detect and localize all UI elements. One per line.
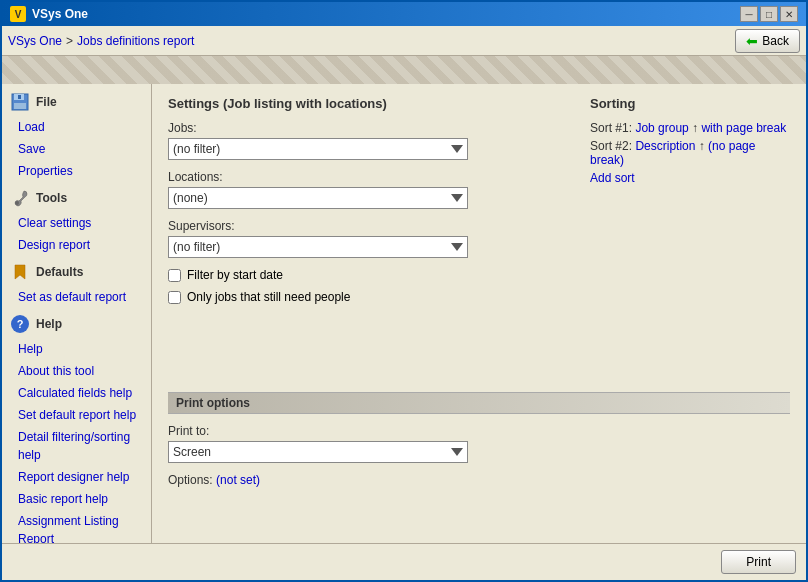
sidebar-header-tools: Tools xyxy=(2,184,151,212)
sort1-field-link[interactable]: Job group xyxy=(635,121,688,135)
sidebar-header-help: ? Help xyxy=(2,310,151,338)
sort1-arrow: ↑ xyxy=(692,121,698,135)
content-columns: Settings (Job listing with locations) Jo… xyxy=(168,96,790,312)
filter-start-date-label: Filter by start date xyxy=(187,268,283,282)
nav-bar: VSys One > Jobs definitions report ⬅ Bac… xyxy=(2,26,806,56)
sidebar-item-basic-report-help[interactable]: Basic report help xyxy=(2,488,151,510)
options-label: Options: xyxy=(168,473,213,487)
add-sort-row: Add sort xyxy=(590,171,790,185)
sidebar-item-clear-settings[interactable]: Clear settings xyxy=(2,212,151,234)
sidebar-item-design-report[interactable]: Design report xyxy=(2,234,151,256)
defaults-section-label: Defaults xyxy=(36,265,83,279)
sort2-label: Sort #2: xyxy=(590,139,632,153)
only-jobs-needing-people-label: Only jobs that still need people xyxy=(187,290,350,304)
sidebar-item-load[interactable]: Load xyxy=(2,116,151,138)
sidebar-item-save[interactable]: Save xyxy=(2,138,151,160)
breadcrumb-separator: > xyxy=(66,34,73,48)
svg-rect-3 xyxy=(18,95,21,99)
sidebar-section-tools: Tools Clear settings Design report xyxy=(2,184,151,256)
sidebar-item-help[interactable]: Help xyxy=(2,338,151,360)
back-label: Back xyxy=(762,34,789,48)
only-jobs-needing-people-checkbox[interactable] xyxy=(168,291,181,304)
sort2-arrow: ↑ xyxy=(699,139,705,153)
title-buttons: ─ □ ✕ xyxy=(740,6,798,22)
sort1-row: Sort #1: Job group ↑ with page break xyxy=(590,121,790,135)
sidebar-section-file: File Load Save Properties xyxy=(2,88,151,182)
file-section-label: File xyxy=(36,95,57,109)
supervisors-label: Supervisors: xyxy=(168,219,570,233)
sidebar: File Load Save Properties Tools xyxy=(2,84,152,543)
help-section-label: Help xyxy=(36,317,62,331)
locations-select[interactable]: (none) xyxy=(168,187,468,209)
print-to-row: Print to: ScreenPrinterPDFExcel xyxy=(168,424,790,463)
content-area: Settings (Job listing with locations) Jo… xyxy=(152,84,806,543)
floppy-icon xyxy=(11,93,29,111)
minimize-button[interactable]: ─ xyxy=(740,6,758,22)
tools-section-icon xyxy=(10,188,30,208)
sidebar-item-properties[interactable]: Properties xyxy=(2,160,151,182)
window-title: VSys One xyxy=(32,7,88,21)
sidebar-item-assignment-listing-report[interactable]: Assignment Listing Report xyxy=(2,510,151,543)
only-jobs-needing-people-row: Only jobs that still need people xyxy=(168,290,570,304)
supervisors-select[interactable]: (no filter) xyxy=(168,236,468,258)
filter-start-date-checkbox[interactable] xyxy=(168,269,181,282)
back-button[interactable]: ⬅ Back xyxy=(735,29,800,53)
title-bar: V VSys One ─ □ ✕ xyxy=(2,2,806,26)
jobs-label: Jobs: xyxy=(168,121,570,135)
print-options-container: Print options Print to: ScreenPrinterPDF… xyxy=(168,392,790,487)
close-button[interactable]: ✕ xyxy=(780,6,798,22)
file-section-icon xyxy=(10,92,30,112)
print-button[interactable]: Print xyxy=(721,550,796,574)
bottom-bar: Print xyxy=(2,543,806,580)
sort2-row: Sort #2: Description ↑ (no page break) xyxy=(590,139,790,167)
app-icon: V xyxy=(10,6,26,22)
breadcrumb-home[interactable]: VSys One xyxy=(8,34,62,48)
sidebar-section-help: ? Help Help About this tool Calculated f… xyxy=(2,310,151,543)
sidebar-item-about-this-tool[interactable]: About this tool xyxy=(2,360,151,382)
sorting-title: Sorting xyxy=(590,96,790,111)
breadcrumb-current: Jobs definitions report xyxy=(77,34,194,48)
add-sort-link[interactable]: Add sort xyxy=(590,171,635,185)
svg-point-4 xyxy=(15,201,19,205)
sidebar-item-detail-filtering-help[interactable]: Detail filtering/sorting help xyxy=(2,426,151,466)
sidebar-item-set-default-report[interactable]: Set as default report xyxy=(2,286,151,308)
main-layout: File Load Save Properties Tools xyxy=(2,84,806,543)
jobs-field-row: Jobs: (no filter) xyxy=(168,121,570,160)
settings-panel: Settings (Job listing with locations) Jo… xyxy=(168,96,570,312)
back-icon: ⬅ xyxy=(746,33,758,49)
svg-rect-2 xyxy=(14,103,26,109)
locations-field-row: Locations: (none) xyxy=(168,170,570,209)
jobs-select[interactable]: (no filter) xyxy=(168,138,468,160)
breadcrumb: VSys One > Jobs definitions report xyxy=(8,34,194,48)
print-options-header: Print options xyxy=(168,392,790,414)
wrench-icon xyxy=(11,189,29,207)
maximize-button[interactable]: □ xyxy=(760,6,778,22)
tools-section-label: Tools xyxy=(36,191,67,205)
sidebar-section-defaults: Defaults Set as default report xyxy=(2,258,151,308)
sidebar-header-file: File xyxy=(2,88,151,116)
defaults-section-icon xyxy=(10,262,30,282)
sort2-field-link[interactable]: Description xyxy=(635,139,695,153)
sidebar-item-set-default-report-help[interactable]: Set default report help xyxy=(2,404,151,426)
print-to-select[interactable]: ScreenPrinterPDFExcel xyxy=(168,441,468,463)
sidebar-item-calculated-fields-help[interactable]: Calculated fields help xyxy=(2,382,151,404)
decorative-strip xyxy=(2,56,806,84)
sort1-option-link[interactable]: with page break xyxy=(701,121,786,135)
sidebar-header-defaults: Defaults xyxy=(2,258,151,286)
main-window: V VSys One ─ □ ✕ VSys One > Jobs definit… xyxy=(0,0,808,582)
help-section-icon: ? xyxy=(10,314,30,334)
print-to-label: Print to: xyxy=(168,424,790,438)
title-bar-left: V VSys One xyxy=(10,6,88,22)
question-mark-icon: ? xyxy=(11,315,29,333)
settings-title: Settings (Job listing with locations) xyxy=(168,96,570,111)
sorting-panel: Sorting Sort #1: Job group ↑ with page b… xyxy=(590,96,790,312)
options-row: Options: (not set) xyxy=(168,473,790,487)
sidebar-item-report-designer-help[interactable]: Report designer help xyxy=(2,466,151,488)
locations-label: Locations: xyxy=(168,170,570,184)
filter-start-date-row: Filter by start date xyxy=(168,268,570,282)
sort1-label: Sort #1: xyxy=(590,121,632,135)
bookmark-icon xyxy=(11,263,29,281)
supervisors-field-row: Supervisors: (no filter) xyxy=(168,219,570,258)
options-value-link[interactable]: (not set) xyxy=(216,473,260,487)
